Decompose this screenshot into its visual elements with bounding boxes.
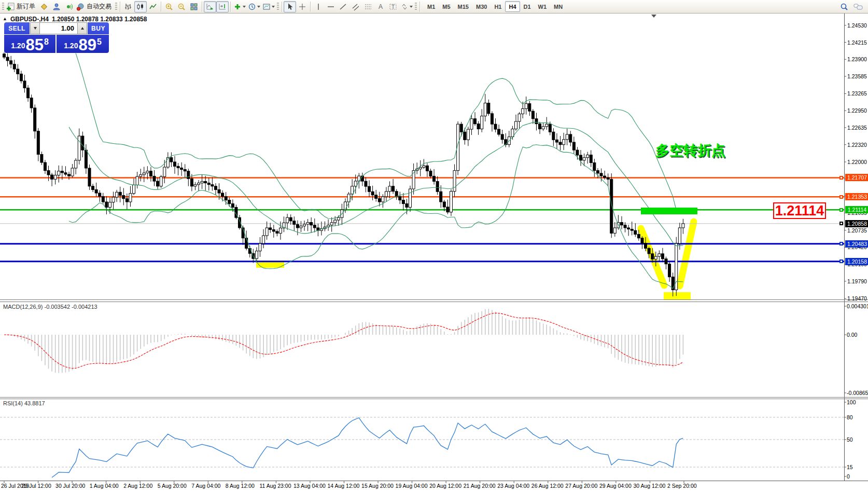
macd-axis-value: 0.00 xyxy=(847,332,857,338)
time-label: 11 Aug 23:00 xyxy=(259,483,291,489)
price-tick: 1.20735 xyxy=(847,227,868,234)
one-click-trading-panel: SELL 1.00 BUY 1.20858 1.20895 xyxy=(4,22,109,53)
sell-price-big: 85 xyxy=(25,38,43,52)
main-price-pane[interactable] xyxy=(0,33,844,299)
price-flag: 1.21114 xyxy=(845,206,868,213)
time-label: 23 Aug 04:00 xyxy=(497,483,529,489)
time-label: 2 Aug 12:00 xyxy=(123,483,152,489)
macd-axis-value: 0.004301 xyxy=(847,303,868,309)
time-label: 20 Aug 12:00 xyxy=(429,483,461,489)
time-label: 15 Aug 20:00 xyxy=(361,483,394,489)
time-label: 13 Aug 04:00 xyxy=(293,483,326,489)
price-flag: 1.20158 xyxy=(845,258,868,265)
triangle-down-icon xyxy=(34,27,37,30)
chart-canvas[interactable] xyxy=(0,0,868,492)
volume-input[interactable]: 1.00 xyxy=(40,22,77,34)
time-label: 1 Aug 04:00 xyxy=(90,483,119,489)
price-callout-box[interactable]: 1.21114 xyxy=(773,202,826,219)
time-label: 30 Aug 12:00 xyxy=(633,483,665,489)
macd-indicator-label: MACD(12,26,9) -0.003542 -0.004213 xyxy=(3,304,97,310)
sell-price-int: 1.20 xyxy=(11,42,25,50)
rsi-axis-value: 0 xyxy=(847,473,850,480)
mt4-window: 新订单 自动交易 xyxy=(0,0,868,492)
price-flag: 1.21353 xyxy=(845,193,868,200)
volume-increase-button[interactable] xyxy=(77,22,87,34)
annotation-text: 多空转折点 xyxy=(655,141,725,160)
price-tick: 1.22320 xyxy=(847,142,868,148)
price-flag-marker xyxy=(839,242,843,245)
buy-price-sup: 5 xyxy=(97,37,102,47)
price-flag-marker xyxy=(839,195,843,199)
indicator-line xyxy=(52,418,683,477)
sell-price-sup: 8 xyxy=(44,37,49,47)
volume-decrease-button[interactable] xyxy=(30,22,40,34)
macd-pane[interactable] xyxy=(4,309,683,373)
buy-price-int: 1.20 xyxy=(64,42,78,50)
time-label: 26 Aug 12:00 xyxy=(531,483,564,489)
price-tick: 1.23265 xyxy=(847,90,868,97)
time-label: 29 Aug 04:00 xyxy=(599,483,632,489)
sell-price[interactable]: 1.20858 xyxy=(4,35,55,53)
price-flag-marker xyxy=(839,259,843,263)
chart-header: ▲ GBPUSD-,H4 1.20850 1.20878 1.20833 1.2… xyxy=(3,16,147,23)
time-label: 21 Aug 20:00 xyxy=(464,483,496,489)
price-tick: 1.22950 xyxy=(847,107,868,114)
volume-spinner: 1.00 xyxy=(30,22,87,34)
buy-price[interactable]: 1.20895 xyxy=(57,35,109,53)
price-tick: 1.22000 xyxy=(847,159,868,165)
time-label: 27 Aug 20:00 xyxy=(565,483,597,489)
triangle-up-icon xyxy=(81,27,84,30)
v-shape-right-stroke[interactable] xyxy=(680,222,694,286)
price-tick: 1.23900 xyxy=(847,56,868,62)
chart-window: ▲ GBPUSD-,H4 1.20850 1.20878 1.20833 1.2… xyxy=(0,13,868,492)
price-tick: 1.22635 xyxy=(847,125,868,131)
chart-symbol-title: GBPUSD-,H4 xyxy=(10,16,49,23)
buy-button[interactable]: BUY xyxy=(88,22,109,34)
time-label: 29 Jul 12:00 xyxy=(22,483,51,489)
rsi-pane[interactable] xyxy=(0,417,844,477)
price-flag-marker xyxy=(839,208,843,212)
price-flag: 1.21707 xyxy=(845,174,868,181)
chart-shift-marker[interactable] xyxy=(651,15,656,18)
time-label: 14 Aug 12:00 xyxy=(328,483,360,489)
rsi-axis-value: 100 xyxy=(847,399,856,405)
price-tick: 1.23585 xyxy=(847,73,868,79)
time-label: 7 Aug 04:00 xyxy=(191,483,220,489)
time-label: 8 Aug 12:00 xyxy=(226,483,255,489)
rsi-axis-value: 50 xyxy=(847,436,853,443)
time-label: 30 Jul 20:00 xyxy=(55,483,85,489)
green-highlight-bar[interactable] xyxy=(641,208,697,214)
time-label: 5 Aug 20:00 xyxy=(158,483,187,489)
chart-frame xyxy=(0,13,868,483)
indicator-line xyxy=(4,313,683,368)
macd-axis-value: -0.008651 xyxy=(847,390,868,396)
rsi-axis-value: 80 xyxy=(847,414,853,420)
price-tick: 1.19790 xyxy=(847,278,868,284)
candles xyxy=(3,50,684,296)
rsi-axis-value: 15 xyxy=(847,464,853,470)
price-flag: 1.20483 xyxy=(845,240,868,248)
chart-ohlc-values: 1.20850 1.20878 1.20833 1.20858 xyxy=(52,16,147,23)
price-tick: 1.19470 xyxy=(847,295,868,302)
price-flag-marker xyxy=(839,176,843,180)
sell-button[interactable]: SELL xyxy=(4,22,30,34)
price-tick: 1.24215 xyxy=(847,39,868,46)
time-label: 19 Aug 04:00 xyxy=(396,483,428,489)
quote-panel-collapse-icon[interactable]: ▲ xyxy=(3,16,7,21)
rsi-indicator-label: RSI(14) 43.8817 xyxy=(3,400,45,406)
price-flag-marker xyxy=(839,222,843,225)
highlight-bar-bottom[interactable] xyxy=(664,292,691,299)
price-flag: 1.20858 xyxy=(845,220,868,227)
price-tick: 1.24530 xyxy=(847,22,868,29)
time-label: 2 Sep 20:00 xyxy=(667,483,697,489)
buy-price-big: 89 xyxy=(78,38,96,52)
